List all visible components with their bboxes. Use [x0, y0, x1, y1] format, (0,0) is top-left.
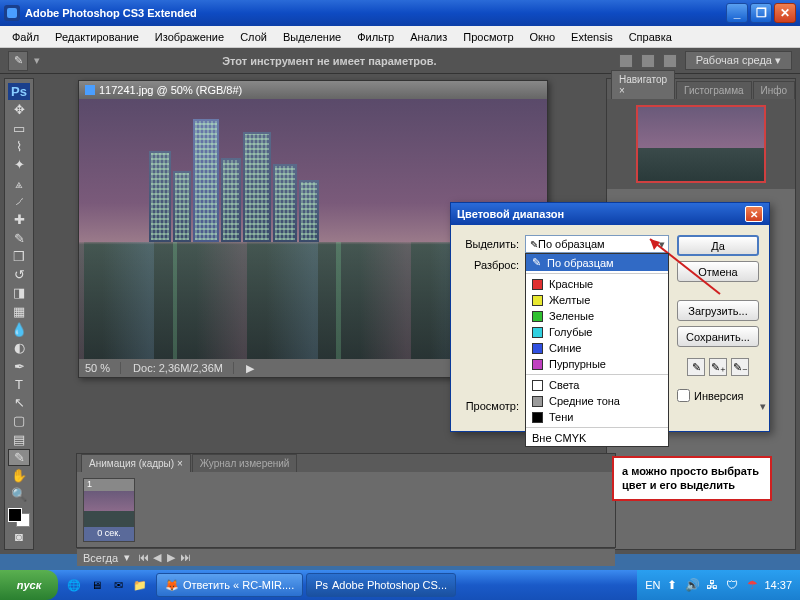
blur-tool[interactable]: 💧	[8, 321, 30, 338]
dodge-tool[interactable]: ◐	[8, 339, 30, 356]
current-tool-icon[interactable]: ✎	[8, 51, 28, 71]
move-tool[interactable]: ✥	[8, 101, 30, 118]
options-bar: ✎▾ Этот инструмент не имеет параметров. …	[0, 48, 800, 74]
dialog-title: Цветовой диапазон	[457, 208, 564, 220]
workspace-button[interactable]: Рабочая среда ▾	[685, 51, 792, 70]
lang-indicator[interactable]: EN	[645, 579, 660, 591]
quickmask-button[interactable]: ◙	[8, 528, 30, 545]
pen-tool[interactable]: ✒	[8, 357, 30, 374]
invert-checkbox[interactable]: Инверсия	[677, 389, 759, 402]
option-reds[interactable]: Красные	[526, 276, 668, 292]
hand-tool[interactable]: ✋	[8, 467, 30, 484]
start-button[interactable]: пуск	[0, 570, 58, 600]
menu-layer[interactable]: Слой	[232, 28, 275, 46]
dialog-titlebar[interactable]: Цветовой диапазон ✕	[451, 203, 769, 225]
tab-histogram[interactable]: Гистограмма	[676, 81, 752, 99]
frame-delay[interactable]: 0 сек.	[84, 527, 134, 541]
path-tool[interactable]: ↖	[8, 394, 30, 411]
menu-analysis[interactable]: Анализ	[402, 28, 455, 46]
taskbar: пуск 🌐 🖥 ✉ 📁 🦊Ответить « RC-MIR.... PsAd…	[0, 570, 800, 600]
tab-measurements[interactable]: Журнал измерений	[192, 454, 298, 472]
color-swatch[interactable]	[8, 508, 30, 527]
tray-icon[interactable]: ⬆	[664, 577, 680, 593]
tab-navigator[interactable]: Навигатор ×	[611, 70, 675, 99]
marquee-tool[interactable]: ▭	[8, 120, 30, 137]
animation-frame[interactable]: 1 0 сек.	[83, 478, 135, 542]
tray-network-icon[interactable]: 🖧	[704, 577, 720, 593]
menu-help[interactable]: Справка	[621, 28, 680, 46]
annotation-note: а можно просто выбрать цвет и его выдели…	[612, 456, 772, 501]
gradient-tool[interactable]: ▦	[8, 303, 30, 320]
doc-size[interactable]: Doc: 2,36M/2,36M	[133, 362, 234, 374]
ql-folder-icon[interactable]: 📁	[130, 574, 150, 596]
load-button[interactable]: Загрузить...	[677, 300, 759, 321]
document-icon	[85, 85, 95, 95]
wand-tool[interactable]: ✦	[8, 156, 30, 173]
task-photoshop[interactable]: PsAdobe Photoshop CS...	[306, 573, 456, 597]
ok-button[interactable]: Да	[677, 235, 759, 256]
tray-volume-icon[interactable]: 🔊	[684, 577, 700, 593]
clock[interactable]: 14:37	[764, 579, 792, 591]
app-logo-icon	[4, 5, 20, 21]
window-maximize-button[interactable]: ❐	[750, 3, 772, 23]
option-greens[interactable]: Зеленые	[526, 308, 668, 324]
window-close-button[interactable]: ✕	[774, 3, 796, 23]
eyedropper-tool[interactable]: ✎	[8, 449, 30, 466]
menu-filter[interactable]: Фильтр	[349, 28, 402, 46]
cancel-button[interactable]: Отмена	[677, 261, 759, 282]
tab-animation[interactable]: Анимация (кадры) ×	[81, 454, 191, 472]
ql-ie-icon[interactable]: 🌐	[64, 574, 84, 596]
menu-extensis[interactable]: Extensis	[563, 28, 621, 46]
frame-thumb	[84, 491, 134, 527]
option-shadows[interactable]: Тени	[526, 409, 668, 425]
eyedropper-icon[interactable]: ✎	[687, 358, 705, 376]
stamp-tool[interactable]: ❒	[8, 248, 30, 265]
dialog-close-button[interactable]: ✕	[745, 206, 763, 222]
slice-tool[interactable]: ⟋	[8, 193, 30, 210]
arrange-icon[interactable]	[641, 54, 655, 68]
option-magentas[interactable]: Пурпурные	[526, 356, 668, 372]
task-browser[interactable]: 🦊Ответить « RC-MIR....	[156, 573, 303, 597]
ql-desktop-icon[interactable]: 🖥	[86, 574, 106, 596]
shape-tool[interactable]: ▢	[8, 412, 30, 429]
option-midtones[interactable]: Средние тона	[526, 393, 668, 409]
heal-tool[interactable]: ✚	[8, 211, 30, 228]
type-tool[interactable]: T	[8, 376, 30, 393]
tray-shield-icon[interactable]: 🛡	[724, 577, 740, 593]
eyedropper-plus-icon[interactable]: ✎₊	[709, 358, 727, 376]
menu-file[interactable]: Файл	[4, 28, 47, 46]
play-controls[interactable]: ⏮◀▶⏭	[136, 551, 192, 564]
menu-edit[interactable]: Редактирование	[47, 28, 147, 46]
crop-tool[interactable]: ⟁	[8, 174, 30, 191]
option-blues[interactable]: Синие	[526, 340, 668, 356]
select-dropdown[interactable]: ✎ По образцам ✎По образцам Красные Желты…	[525, 235, 669, 253]
zoom-level[interactable]: 50 %	[85, 362, 121, 374]
screen-mode-icon[interactable]	[619, 54, 633, 68]
ql-mail-icon[interactable]: ✉	[108, 574, 128, 596]
menu-view[interactable]: Просмотр	[455, 28, 521, 46]
document-titlebar[interactable]: 117241.jpg @ 50% (RGB/8#)	[79, 81, 547, 99]
history-brush-tool[interactable]: ↺	[8, 266, 30, 283]
lasso-tool[interactable]: ⌇	[8, 138, 30, 155]
eraser-tool[interactable]: ◨	[8, 284, 30, 301]
notes-tool[interactable]: ▤	[8, 431, 30, 448]
window-minimize-button[interactable]: _	[726, 3, 748, 23]
go-bridge-icon[interactable]	[663, 54, 677, 68]
navigator-thumb[interactable]	[607, 99, 795, 189]
menu-window[interactable]: Окно	[522, 28, 564, 46]
zoom-tool[interactable]: 🔍	[8, 486, 30, 503]
loop-select[interactable]: Всегда	[83, 552, 118, 564]
option-cyans[interactable]: Голубые	[526, 324, 668, 340]
save-button[interactable]: Сохранить...	[677, 326, 759, 347]
option-sampled[interactable]: ✎По образцам	[526, 254, 668, 271]
window-titlebar: Adobe Photoshop CS3 Extended _ ❐ ✕	[0, 0, 800, 26]
tab-info[interactable]: Инфо	[753, 81, 796, 99]
option-highlights[interactable]: Света	[526, 377, 668, 393]
menu-select[interactable]: Выделение	[275, 28, 349, 46]
brush-tool[interactable]: ✎	[8, 229, 30, 246]
menu-image[interactable]: Изображение	[147, 28, 232, 46]
tray-av-icon[interactable]: ☂	[744, 577, 760, 593]
option-yellows[interactable]: Желтые	[526, 292, 668, 308]
option-out-cmyk[interactable]: Вне CMYK	[526, 430, 668, 446]
eyedropper-minus-icon[interactable]: ✎₋	[731, 358, 749, 376]
